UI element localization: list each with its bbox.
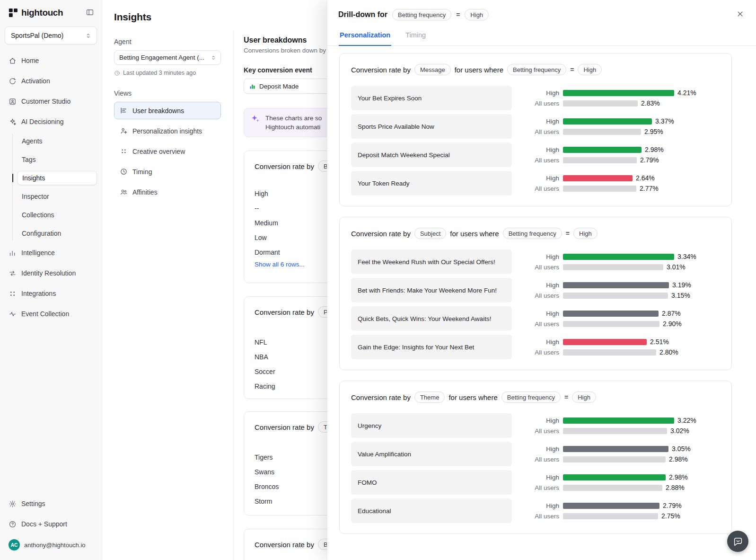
avatar: AC [9, 539, 20, 551]
all-users-bar [563, 321, 659, 327]
tab-timing[interactable]: Timing [404, 29, 427, 45]
conversion-card-title: Conversion rate by Theme for users where… [351, 391, 720, 403]
sidebar-item-configuration[interactable]: Configuration [17, 226, 97, 240]
sparkles-icon [251, 114, 260, 123]
chevron-up-down-icon [210, 54, 217, 61]
high-bar [563, 282, 669, 288]
sidebar-item-customer-studio[interactable]: Customer Studio [5, 93, 97, 109]
conversion-card-message: Conversion rate by Message for users whe… [339, 53, 732, 206]
sidebar-item-docs-support[interactable]: Docs + Support [5, 516, 97, 532]
row-label: Your Bet Expires Soon [351, 86, 512, 110]
filter-chip[interactable]: Betting frequency [501, 391, 561, 403]
high-bar [563, 311, 659, 317]
metric-row: Deposit Match Weekend Special High2.98% … [351, 142, 720, 167]
identity-resolution-icon [9, 269, 17, 277]
high-bar [563, 175, 633, 181]
hightouch-logo-icon [9, 8, 18, 18]
conversion-card-title: Conversion rate by Subject for users whe… [351, 228, 720, 239]
nav-label: Identity Resolution [21, 269, 76, 277]
gear-icon [9, 500, 17, 508]
high-bar [563, 418, 674, 424]
sidebar-item-home[interactable]: Home [5, 53, 97, 69]
sidebar-item-agents[interactable]: Agents [17, 134, 97, 148]
breakdown-bars-icon [120, 107, 128, 115]
row-label: Educational [351, 498, 512, 523]
sidebar-item-event-collection[interactable]: Event Collection [5, 306, 97, 322]
nav-label: AI Decisioning [21, 118, 64, 125]
row-label: Feel the Weekend Rush with Our Special O… [351, 249, 512, 274]
row-label: Quick Bets, Quick Wins: Your Weekend Awa… [351, 306, 512, 331]
view-personalization-insights[interactable]: Personalization insights [114, 122, 221, 140]
view-creative-overview[interactable]: Creative overview [114, 142, 221, 160]
sidebar-item-identity-resolution[interactable]: Identity Resolution [5, 265, 97, 281]
show-all-rows-link[interactable]: Show all 6 rows... [255, 261, 305, 268]
filter-chip[interactable]: Betting frequency [507, 64, 566, 75]
agent-label: Agent [114, 38, 221, 45]
value-chip[interactable]: High [578, 64, 602, 75]
nav-label: Docs + Support [21, 520, 67, 528]
sidebar-item-collections[interactable]: Collections [17, 208, 97, 222]
drawer-title: Drill-down for [338, 10, 387, 19]
high-bar [563, 254, 674, 260]
metric-row: Gain the Edge: Insights for Your Next Be… [351, 335, 720, 359]
high-bar [563, 339, 647, 345]
sidebar-collapse-button[interactable] [86, 8, 94, 18]
sidebar-item-ai-decisioning[interactable]: AI Decisioning [5, 114, 97, 130]
tab-personalization[interactable]: Personalization [339, 29, 391, 46]
activation-icon [9, 77, 17, 85]
chat-widget-button[interactable] [727, 531, 748, 552]
metric-row: Urgency High3.22% All users3.02% [351, 413, 720, 438]
metric-row: Value Amplification High3.05% All users2… [351, 442, 720, 466]
drawer-tabs: Personalization Timing [327, 29, 756, 46]
sidebar-item-intelligence[interactable]: Intelligence [5, 245, 97, 261]
all-users-bar [563, 349, 656, 356]
banner-line-2: Hightouch automati [265, 123, 322, 132]
all-users-bar [563, 157, 637, 163]
workspace-selector[interactable]: SportsPal (Demo) [5, 27, 97, 44]
sidebar-item-activation[interactable]: Activation [5, 73, 97, 89]
person-sparkle-icon [120, 127, 128, 135]
ai-decisioning-icon [9, 118, 17, 126]
value-chip[interactable]: High [573, 228, 598, 239]
sidebar-item-insights[interactable]: Insights [17, 171, 97, 185]
filter-chip[interactable]: Betting frequency [503, 228, 562, 239]
metric-row: Sports Price Available Now High3.37% All… [351, 114, 720, 139]
dimension-chip[interactable]: Message [414, 64, 451, 75]
metric-row: Educational High2.79% All users2.75% [351, 498, 720, 523]
row-label: Deposit Match Weekend Special [351, 142, 512, 167]
integrations-icon [9, 290, 17, 298]
view-timing[interactable]: Timing [114, 163, 221, 180]
sidebar-footer: Settings Docs + Support AC anthony@hight… [5, 496, 97, 553]
dimension-chip[interactable]: Subject [414, 228, 446, 239]
panel-collapse-icon [86, 8, 94, 17]
all-users-bar [563, 456, 666, 462]
high-bar [563, 503, 659, 509]
high-bar [563, 147, 642, 153]
dimension-chip[interactable]: Theme [414, 391, 445, 403]
page-title: Insights [114, 11, 151, 23]
sidebar-item-settings[interactable]: Settings [5, 496, 97, 512]
value-chip[interactable]: High [572, 391, 596, 403]
nav-label: Activation [21, 77, 50, 85]
home-icon [9, 57, 17, 65]
row-label: Gain the Edge: Insights for Your Next Be… [351, 335, 512, 359]
grid-dots-icon [120, 147, 128, 155]
value-chip[interactable]: High [465, 9, 489, 20]
nav-label: Home [21, 57, 39, 64]
sidebar-item-integrations[interactable]: Integrations [5, 285, 97, 302]
drawer-body: Conversion rate by Message for users whe… [327, 46, 756, 554]
sidebar-item-tags[interactable]: Tags [17, 152, 97, 167]
all-users-bar [563, 264, 663, 270]
metric-row: Your Token Ready High2.64% All users2.77… [351, 171, 720, 196]
row-label: Bet with Friends: Make Your Weekend More… [351, 278, 512, 302]
view-affinities[interactable]: Affinities [114, 183, 221, 201]
high-bar [563, 118, 652, 124]
panel-divider [233, 30, 234, 560]
agent-panel: Agent Betting Engagement Agent (... Last… [114, 38, 221, 204]
sidebar-item-inspector[interactable]: Inspector [17, 189, 97, 204]
agent-selector[interactable]: Betting Engagement Agent (... [114, 50, 221, 65]
view-user-breakdowns[interactable]: User breakdowns [114, 102, 221, 119]
close-button[interactable] [736, 9, 745, 20]
filter-chip[interactable]: Betting frequency [392, 9, 451, 20]
account-menu[interactable]: AC anthony@hightouch.io [5, 536, 97, 553]
